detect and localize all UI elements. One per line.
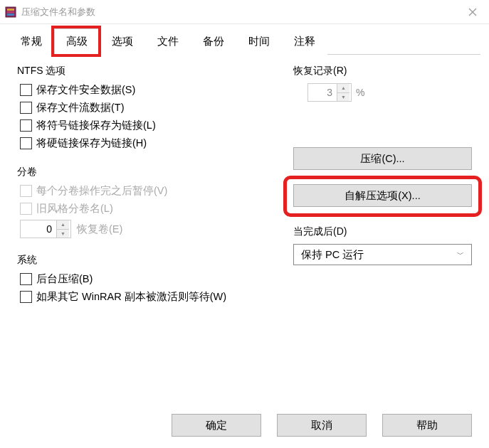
checkbox-icon [20, 185, 32, 197]
recovery-volumes-spinner[interactable]: ▲ ▼ [20, 220, 71, 238]
button-label: 帮助 [416, 419, 438, 432]
recovery-volumes-label: 恢复卷(E) [77, 223, 122, 236]
group-ntfs: NTFS 选项 保存文件安全数据(S) 保存文件流数据(T) 将符号链接保存为链… [17, 65, 273, 150]
tab-backup[interactable]: 备份 [191, 28, 236, 55]
checkbox-label: 将硬链接保存为链接(H) [36, 137, 147, 150]
spinner-up-icon: ▲ [337, 84, 349, 93]
checkbox-icon [20, 102, 32, 114]
recovery-record-spinner: ▲ ▼ [307, 83, 352, 102]
window-title: 压缩文件名和参数 [21, 6, 456, 18]
button-label: 取消 [311, 419, 332, 432]
recovery-legend: 恢复记录(R) [293, 65, 472, 78]
svg-rect-3 [7, 14, 14, 16]
tab-general[interactable]: 常规 [9, 28, 54, 55]
close-icon [468, 8, 477, 16]
content-area: NTFS 选项 保存文件安全数据(S) 保存文件流数据(T) 将符号链接保存为链… [0, 55, 489, 326]
checkbox-wait-other[interactable]: 如果其它 WinRAR 副本被激活则等待(W) [20, 290, 273, 304]
tab-bar: 常规 高级 选项 文件 备份 时间 注释 [0, 24, 489, 55]
button-label: 压缩(C)... [360, 152, 404, 166]
checkbox-label: 每个分卷操作完之后暂停(V) [36, 184, 167, 198]
tab-time[interactable]: 时间 [236, 28, 282, 55]
group-when-done: 当完成后(D) 保持 PC 运行 ﹀ [293, 225, 472, 265]
sfx-options-button[interactable]: 自解压选项(X)... [293, 184, 472, 207]
titlebar: 压缩文件名和参数 [0, 0, 489, 24]
button-label: 确定 [206, 419, 227, 432]
close-button[interactable] [456, 0, 489, 24]
checkbox-icon [20, 291, 32, 303]
checkbox-label: 将符号链接保存为链接(L) [36, 119, 156, 132]
checkbox-label: 后台压缩(B) [36, 272, 93, 286]
checkbox-background[interactable]: 后台压缩(B) [20, 272, 273, 286]
tab-files[interactable]: 文件 [145, 28, 191, 55]
ok-button[interactable]: 确定 [172, 414, 261, 437]
winrar-icon [4, 6, 17, 18]
group-volumes: 分卷 每个分卷操作完之后暂停(V) 旧风格分卷名(L) [17, 166, 273, 238]
checkbox-label: 如果其它 WinRAR 副本被激活则等待(W) [36, 290, 226, 304]
checkbox-icon [20, 84, 32, 96]
checkbox-save-security[interactable]: 保存文件安全数据(S) [20, 83, 273, 97]
checkbox-label: 旧风格分卷名(L) [36, 202, 113, 215]
select-value: 保持 PC 运行 [301, 248, 364, 262]
system-legend: 系统 [17, 254, 273, 267]
checkbox-icon [20, 203, 32, 215]
checkbox-icon [20, 119, 32, 132]
checkbox-store-hardlinks[interactable]: 将硬链接保存为链接(H) [20, 137, 273, 150]
chevron-down-icon: ﹀ [457, 250, 464, 260]
group-recovery: 恢复记录(R) ▲ ▼ % [293, 65, 472, 102]
compression-button[interactable]: 压缩(C)... [293, 147, 472, 170]
recovery-record-input [308, 84, 337, 101]
button-label: 自解压选项(X)... [345, 189, 420, 203]
checkbox-label: 保存文件流数据(T) [36, 101, 125, 114]
tab-advanced[interactable]: 高级 [54, 28, 100, 55]
svg-rect-2 [7, 11, 14, 13]
dialog-button-bar: 确定 取消 帮助 [172, 414, 472, 437]
recovery-volumes-input[interactable] [21, 220, 56, 238]
checkbox-old-style-names: 旧风格分卷名(L) [20, 202, 273, 215]
spinner-down-icon[interactable]: ▼ [57, 230, 69, 238]
when-done-select[interactable]: 保持 PC 运行 ﹀ [293, 244, 472, 265]
help-button[interactable]: 帮助 [382, 414, 472, 437]
svg-rect-1 [7, 9, 14, 11]
checkbox-pause-after-volume: 每个分卷操作完之后暂停(V) [20, 184, 273, 198]
checkbox-icon [20, 137, 32, 149]
checkbox-store-symlinks[interactable]: 将符号链接保存为链接(L) [20, 119, 273, 132]
when-done-legend: 当完成后(D) [293, 225, 472, 238]
checkbox-label: 保存文件安全数据(S) [36, 83, 135, 97]
checkbox-save-streams[interactable]: 保存文件流数据(T) [20, 101, 273, 114]
percent-label: % [356, 87, 364, 98]
ntfs-legend: NTFS 选项 [17, 65, 273, 78]
volumes-legend: 分卷 [17, 166, 273, 178]
checkbox-icon [20, 273, 32, 285]
cancel-button[interactable]: 取消 [277, 414, 367, 437]
spinner-down-icon: ▼ [337, 93, 349, 102]
spinner-up-icon[interactable]: ▲ [57, 220, 69, 230]
tab-comment[interactable]: 注释 [282, 28, 327, 55]
group-system: 系统 后台压缩(B) 如果其它 WinRAR 副本被激活则等待(W) [17, 254, 273, 304]
tab-options[interactable]: 选项 [100, 28, 145, 55]
